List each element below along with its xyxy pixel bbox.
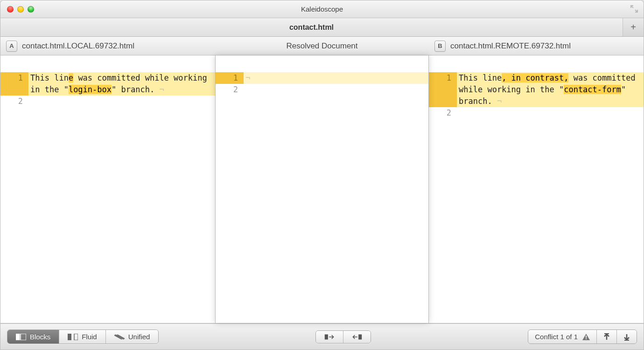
view-fluid-label: Fluid [82, 333, 97, 341]
pane-b[interactable]: 1 This line, in contrast, was committed … [429, 55, 644, 323]
pane-a[interactable]: 1 This line was committed while working … [0, 55, 215, 323]
svg-rect-7 [325, 334, 328, 339]
svg-rect-1 [21, 334, 26, 340]
svg-rect-2 [68, 334, 71, 340]
view-blocks-label: Blocks [30, 333, 50, 341]
newline-icon: ¬ [245, 73, 250, 82]
pane-a-filename: contact.html.LOCAL.69732.html [22, 41, 134, 51]
merge-right-icon [324, 334, 335, 340]
app-window: Kaleidoscope contact.html + A contact.ht… [0, 0, 644, 350]
svg-rect-0 [16, 334, 20, 340]
line-text: This line was committed while working in… [28, 72, 215, 96]
blocks-icon [16, 334, 26, 340]
diff-panes: 1 This line was committed while working … [0, 55, 644, 323]
titlebar: Kaleidoscope [0, 0, 644, 18]
line-text [457, 107, 644, 119]
pane-a-marker[interactable]: A [6, 41, 17, 52]
newline-icon: ¬ [497, 96, 502, 106]
svg-rect-9 [586, 336, 587, 338]
close-window-button[interactable] [7, 6, 14, 13]
gutter-num: 1 [216, 72, 244, 84]
line-text: ¬ [244, 72, 428, 84]
svg-line-4 [115, 335, 124, 339]
view-blocks-button[interactable]: Blocks [7, 330, 59, 343]
line-text: This line, in contrast, was committed wh… [457, 72, 644, 107]
line-a-1[interactable]: 1 This line was committed while working … [0, 72, 215, 96]
prev-conflict-button[interactable] [596, 330, 616, 343]
line-c-1[interactable]: 1 ¬ [216, 72, 428, 84]
gutter-num: 2 [429, 107, 457, 119]
fullscreen-icon[interactable] [630, 5, 638, 13]
line-b-1[interactable]: 1 This line, in contrast, was committed … [429, 72, 644, 107]
fluid-icon [68, 334, 78, 340]
pane-header-row: A contact.html.LOCAL.69732.html Resolved… [0, 37, 644, 55]
add-tab-button[interactable]: + [623, 18, 644, 36]
window-controls [7, 6, 34, 13]
line-text [244, 84, 428, 96]
unified-icon [114, 334, 125, 340]
bottom-toolbar: Blocks Fluid Unified [0, 323, 644, 350]
warning-icon [582, 334, 590, 340]
pane-a-header: A contact.html.LOCAL.69732.html [0, 41, 215, 52]
gutter-num: 2 [0, 96, 28, 107]
line-b-2[interactable]: 2 [429, 107, 644, 119]
pane-b-header: B contact.html.REMOTE.69732.html [429, 41, 644, 52]
next-conflict-button[interactable] [616, 330, 637, 343]
plus-icon: + [630, 22, 636, 33]
conflict-status[interactable]: Conflict 1 of 1 [528, 330, 596, 343]
minimize-window-button[interactable] [17, 6, 24, 13]
merge-left-to-center-button[interactable] [316, 331, 343, 343]
line-a-2[interactable]: 2 [0, 96, 215, 107]
view-fluid-button[interactable]: Fluid [59, 330, 105, 343]
app-title: Kaleidoscope [0, 5, 644, 13]
view-unified-button[interactable]: Unified [105, 330, 159, 343]
pane-b-marker[interactable]: B [434, 41, 446, 52]
pane-b-filename: contact.html.REMOTE.69732.html [450, 41, 571, 51]
merge-right-to-center-button[interactable] [343, 331, 371, 343]
newline-icon: ¬ [159, 85, 164, 94]
tab-label: contact.html [289, 23, 334, 32]
conflict-nav-group: Conflict 1 of 1 [528, 329, 637, 344]
line-text [28, 96, 215, 107]
svg-rect-3 [74, 334, 78, 340]
gutter-num: 1 [429, 72, 457, 107]
center-pane-label: Resolved Document [215, 41, 429, 51]
gutter-num: 2 [216, 84, 244, 96]
merge-left-icon [352, 334, 362, 340]
conflict-status-label: Conflict 1 of 1 [535, 333, 579, 341]
svg-rect-10 [586, 338, 587, 339]
arrow-up-icon [603, 333, 610, 341]
view-unified-label: Unified [128, 333, 150, 341]
merge-direction-segment [315, 330, 371, 343]
view-mode-segment: Blocks Fluid Unified [7, 329, 159, 344]
zoom-window-button[interactable] [28, 6, 34, 13]
tab-bar: contact.html + [0, 18, 644, 37]
document-tab[interactable]: contact.html [0, 18, 623, 36]
gutter-num: 1 [0, 72, 28, 96]
line-c-2[interactable]: 2 [216, 84, 428, 96]
pane-resolved[interactable]: 1 ¬ 2 [215, 55, 429, 323]
arrow-down-icon [623, 333, 630, 341]
svg-rect-8 [358, 334, 362, 339]
